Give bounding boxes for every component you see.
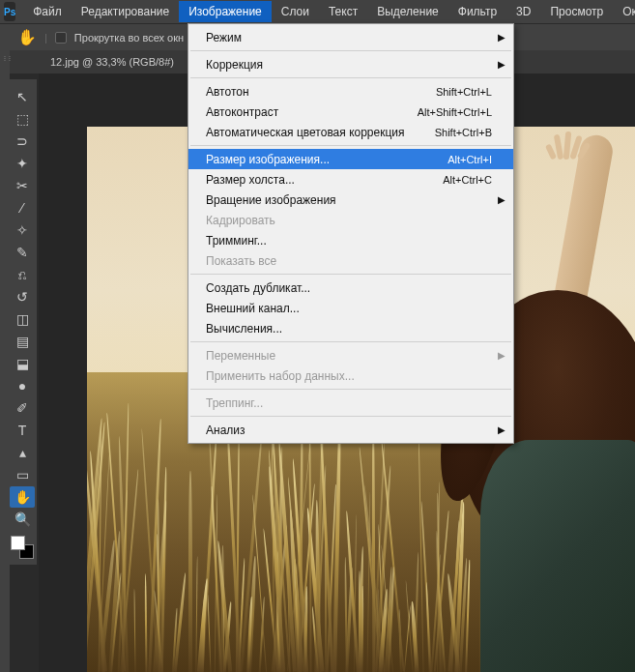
scroll-all-windows-label: Прокрутка во всех окн — [74, 32, 184, 44]
eraser-tool[interactable]: ◫ — [10, 308, 35, 330]
menu-item-label: Размер изображения... — [206, 153, 447, 166]
hand-tool[interactable]: ✋ — [10, 486, 35, 508]
menu-item[interactable]: Коррекция▶ — [188, 54, 513, 74]
menu-item-label: Размер холста... — [206, 173, 443, 187]
eyedropper-tool[interactable]: ⁄ — [10, 197, 35, 219]
menu-item: Треппинг... — [188, 393, 513, 413]
menu-item: Применить набор данных... — [188, 365, 513, 386]
menu-item: Показать все — [188, 250, 513, 271]
menu-item: Переменные▶ — [188, 345, 513, 365]
menu-separator — [190, 274, 511, 275]
gradient-tool[interactable]: ▤ — [10, 331, 35, 352]
shape-tool[interactable]: ▭ — [10, 464, 35, 485]
foreground-color-swatch[interactable] — [11, 536, 25, 550]
marquee-tool[interactable]: ⬚ — [10, 108, 35, 130]
menu-item-label: Показать все — [206, 254, 492, 268]
lasso-tool[interactable]: ⊃ — [10, 131, 35, 152]
zoom-tool[interactable]: 🔍 — [10, 509, 35, 530]
menu-item: Кадрировать — [188, 210, 513, 230]
history-brush-tool[interactable]: ↺ — [10, 286, 35, 307]
menu-текст[interactable]: Текст — [319, 1, 367, 22]
menu-item-shortcut: Alt+Ctrl+I — [447, 154, 492, 165]
menu-separator — [190, 77, 511, 78]
app-logo-icon: Ps — [4, 2, 15, 21]
path-selection-tool[interactable]: ▴ — [10, 442, 35, 463]
menu-separator — [190, 341, 511, 342]
menu-item-label: Режим — [206, 31, 492, 44]
menu-item[interactable]: АвтотонShift+Ctrl+L — [188, 81, 513, 102]
brush-tool[interactable]: ✎ — [10, 242, 35, 263]
menu-item[interactable]: Режим▶ — [188, 27, 513, 47]
panel-grip-icon: ⋮⋮ — [2, 54, 12, 61]
menu-separator — [190, 145, 511, 146]
menu-item-label: Создать дубликат... — [206, 281, 492, 295]
menu-item[interactable]: Размер холста...Alt+Ctrl+C — [188, 169, 513, 190]
menu-item[interactable]: Вращение изображения▶ — [188, 190, 513, 210]
menu-separator — [190, 416, 511, 417]
move-tool[interactable]: ↖ — [10, 86, 35, 107]
menu-item-label: Анализ — [206, 424, 492, 437]
menu-item[interactable]: Анализ▶ — [188, 420, 513, 440]
menu-3d[interactable]: 3D — [506, 1, 540, 22]
menu-item-label: Автотон — [206, 85, 436, 99]
menu-separator — [190, 389, 511, 390]
menu-item[interactable]: Создать дубликат... — [188, 278, 513, 298]
menu-слои[interactable]: Слои — [272, 1, 319, 22]
healing-brush-tool[interactable]: ✧ — [10, 219, 35, 241]
blur-tool[interactable]: ⬓ — [10, 353, 35, 374]
pen-tool[interactable]: ✐ — [10, 397, 35, 419]
menu-item-label: Тримминг... — [206, 234, 492, 248]
menu-item-label: Вращение изображения — [206, 193, 492, 207]
menu-выделение[interactable]: Выделение — [367, 1, 448, 22]
scroll-all-windows-checkbox[interactable] — [55, 32, 67, 44]
menu-item-label: Автоконтраст — [206, 105, 418, 119]
menu-item-shortcut: Shift+Ctrl+B — [435, 127, 492, 138]
submenu-arrow-icon: ▶ — [498, 194, 505, 205]
submenu-arrow-icon: ▶ — [498, 32, 505, 43]
menu-item[interactable]: Тримминг... — [188, 230, 513, 250]
type-tool[interactable]: T — [10, 420, 35, 441]
submenu-arrow-icon: ▶ — [498, 424, 505, 435]
menu-item[interactable]: Размер изображения...Alt+Ctrl+I — [188, 149, 513, 169]
menu-item-label: Вычисления... — [206, 322, 492, 336]
menu-item[interactable]: Внешний канал... — [188, 298, 513, 318]
photo-hand — [548, 127, 589, 160]
menu-separator — [190, 50, 511, 51]
document-tab[interactable]: 12.jpg @ 33,3% (RGB/8#) — [41, 52, 184, 72]
menu-изображение[interactable]: Изображение — [179, 1, 272, 22]
menu-item[interactable]: Автоматическая цветовая коррекцияShift+C… — [188, 122, 513, 142]
menu-окно[interactable]: Окно — [613, 1, 635, 22]
menu-просмотр[interactable]: Просмотр — [540, 1, 613, 22]
menu-item-label: Кадрировать — [206, 214, 492, 227]
clone-stamp-tool[interactable]: ⎌ — [10, 264, 35, 285]
menu-item-label: Применить набор данных... — [206, 369, 492, 383]
menu-item-shortcut: Alt+Shift+Ctrl+L — [418, 106, 492, 118]
menu-фильтр[interactable]: Фильтр — [448, 1, 506, 22]
crop-tool[interactable]: ✂ — [10, 175, 35, 196]
menu-item[interactable]: АвтоконтрастAlt+Shift+Ctrl+L — [188, 102, 513, 122]
submenu-arrow-icon: ▶ — [498, 59, 505, 70]
menu-item-label: Коррекция — [206, 58, 492, 72]
tool-palette: ↖⬚⊃✦✂⁄✧✎⎌↺◫▤⬓●✐T▴▭✋🔍 — [8, 79, 37, 565]
menu-item-label: Внешний канал... — [206, 302, 492, 315]
menu-item-label: Треппинг... — [206, 396, 492, 410]
menu-item-shortcut: Alt+Ctrl+C — [443, 174, 492, 186]
submenu-arrow-icon: ▶ — [498, 350, 505, 361]
color-swatches[interactable] — [11, 536, 34, 559]
menu-редактирование[interactable]: Редактирование — [72, 1, 179, 22]
menu-item-shortcut: Shift+Ctrl+L — [436, 86, 492, 98]
image-menu-dropdown: Режим▶Коррекция▶АвтотонShift+Ctrl+LАвток… — [188, 23, 514, 444]
photo-jacket — [480, 440, 635, 672]
dodge-tool[interactable]: ● — [10, 375, 35, 396]
magic-wand-tool[interactable]: ✦ — [10, 153, 35, 174]
hand-icon: ✋ — [17, 28, 37, 46]
divider: | — [44, 32, 47, 44]
menu-bar: Ps ФайлРедактированиеИзображениеСлоиТекс… — [0, 0, 635, 23]
menu-item[interactable]: Вычисления... — [188, 318, 513, 338]
menu-файл[interactable]: Файл — [23, 1, 72, 22]
menu-item-label: Автоматическая цветовая коррекция — [206, 126, 435, 139]
menu-item-label: Переменные — [206, 349, 492, 363]
